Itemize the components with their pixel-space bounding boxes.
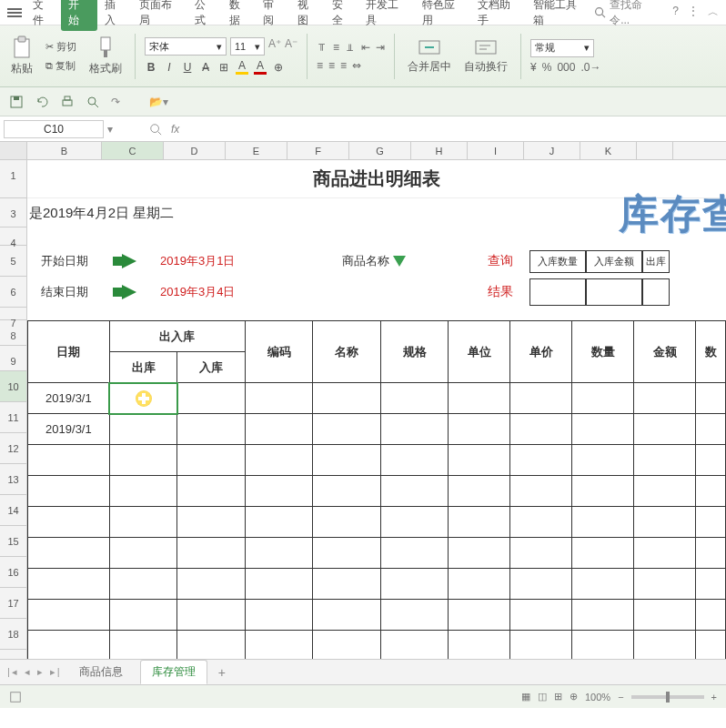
cell[interactable]: [380, 383, 449, 414]
zoom-in-button[interactable]: +: [711, 692, 717, 703]
row-header[interactable]: 14: [0, 495, 27, 526]
col-header-end[interactable]: [637, 142, 673, 159]
row-header[interactable]: 10: [0, 371, 27, 402]
row-header[interactable]: 7: [0, 308, 27, 320]
menu-tab-formula[interactable]: 公式: [189, 0, 222, 31]
cell[interactable]: [696, 414, 726, 445]
font-color-button[interactable]: A: [254, 59, 267, 75]
cell[interactable]: [634, 383, 696, 414]
table-row[interactable]: [28, 631, 726, 660]
row-header[interactable]: 11: [0, 402, 27, 433]
col-header-E[interactable]: E: [226, 142, 287, 159]
indent-decrease-icon[interactable]: ⇤: [361, 41, 370, 54]
print-icon[interactable]: [60, 95, 75, 109]
decimal-inc-icon[interactable]: .0→: [580, 61, 600, 74]
row-header[interactable]: 16: [0, 557, 27, 588]
zoom-value[interactable]: 100%: [585, 692, 610, 703]
col-header-J[interactable]: J: [524, 142, 580, 159]
menu-file[interactable]: 文件: [27, 0, 60, 31]
reading-mode-icon[interactable]: ⊕: [570, 691, 578, 703]
menu-tab-review[interactable]: 审阅: [257, 0, 290, 31]
cell[interactable]: [696, 383, 726, 414]
command-search[interactable]: 查找命令...: [594, 0, 661, 28]
thousands-icon[interactable]: 000: [557, 61, 575, 74]
zoom-slider[interactable]: [631, 695, 704, 699]
cell[interactable]: [510, 383, 572, 414]
row-header[interactable]: 12: [0, 433, 27, 464]
indent-increase-icon[interactable]: ⇥: [376, 41, 385, 54]
table-row[interactable]: 2019/3/1: [28, 414, 726, 445]
row-header[interactable]: 17: [0, 588, 27, 619]
col-header-F[interactable]: F: [287, 142, 349, 159]
sheet-tab-inventory[interactable]: 库存管理: [140, 660, 207, 684]
strike-button[interactable]: A̶: [199, 61, 212, 74]
decrease-font-icon[interactable]: A⁻: [285, 37, 297, 56]
row-header[interactable]: 9: [0, 346, 27, 371]
tab-nav-prev-icon[interactable]: ◂: [25, 666, 32, 678]
col-header-D[interactable]: D: [164, 142, 226, 159]
namebox-dropdown-icon[interactable]: ▾: [107, 123, 113, 136]
menu-tab-home[interactable]: 开始: [61, 0, 97, 31]
save-icon[interactable]: [9, 95, 24, 109]
cell-date[interactable]: 2019/3/1: [28, 414, 110, 445]
zoom-out-button[interactable]: −: [618, 692, 623, 703]
menu-tab-security[interactable]: 安全: [327, 0, 359, 31]
italic-button[interactable]: I: [163, 61, 176, 74]
add-sheet-button[interactable]: +: [213, 665, 231, 680]
row-header[interactable]: 8: [0, 320, 27, 346]
menu-tab-dev[interactable]: 开发工具: [360, 0, 414, 31]
paste-button[interactable]: 粘贴: [7, 32, 36, 80]
font-family-select[interactable]: 宋体▾: [145, 37, 227, 56]
tab-nav-first-icon[interactable]: |◂: [7, 666, 19, 678]
merge-center-button[interactable]: 合并居中: [404, 34, 455, 78]
col-header-G[interactable]: G: [349, 142, 411, 159]
row-header[interactable]: 5: [0, 246, 27, 277]
cell[interactable]: [572, 383, 634, 414]
cell[interactable]: [449, 414, 510, 445]
menu-tab-dochelper[interactable]: 文档助手: [472, 0, 526, 31]
table-row[interactable]: [28, 445, 726, 476]
row-header[interactable]: 15: [0, 526, 27, 557]
table-row[interactable]: [28, 507, 726, 538]
cell[interactable]: [177, 414, 246, 445]
font-size-select[interactable]: 11▾: [230, 37, 265, 56]
redo-icon[interactable]: ↷: [111, 96, 120, 108]
currency-icon[interactable]: ¥: [530, 61, 537, 74]
collapse-ribbon-icon[interactable]: ︿: [708, 5, 719, 20]
menu-tab-insert[interactable]: 插入: [99, 0, 132, 31]
row-header[interactable]: 1: [0, 160, 27, 198]
table-row[interactable]: [28, 476, 726, 507]
format-painter-button[interactable]: 格式刷: [86, 32, 126, 80]
col-header-C[interactable]: C: [102, 142, 164, 159]
align-top-icon[interactable]: ⫪: [317, 41, 328, 54]
table-row[interactable]: [28, 600, 726, 631]
undo-icon[interactable]: [35, 95, 49, 109]
cell[interactable]: [109, 414, 177, 445]
cell[interactable]: [449, 383, 510, 414]
status-icon[interactable]: [9, 691, 22, 703]
menu-tab-toolbox[interactable]: 智能工具箱: [528, 0, 592, 31]
align-bottom-icon[interactable]: ⫫: [345, 41, 356, 54]
percent-icon[interactable]: %: [542, 61, 552, 74]
cell[interactable]: [177, 383, 246, 414]
number-format-select[interactable]: 常规▾: [530, 39, 594, 57]
row-header[interactable]: 6: [0, 277, 27, 308]
cut-button[interactable]: ✂剪切: [42, 38, 80, 56]
table-row[interactable]: [28, 569, 726, 600]
col-header-I[interactable]: I: [468, 142, 524, 159]
border-button[interactable]: ⊞: [217, 61, 230, 74]
merge-across-icon[interactable]: ⇔: [352, 59, 361, 72]
zoom-fx-icon[interactable]: [149, 123, 162, 136]
row-header[interactable]: 18: [0, 619, 27, 650]
name-box[interactable]: C10: [4, 120, 104, 138]
row-header[interactable]: 3: [0, 198, 27, 228]
cell[interactable]: [313, 383, 381, 414]
align-middle-icon[interactable]: ≡: [333, 41, 339, 54]
help-icon[interactable]: ?: [672, 5, 679, 20]
view-normal-icon[interactable]: ▦: [521, 691, 530, 703]
start-date-value[interactable]: 2019年3月1日: [156, 253, 266, 269]
data-table[interactable]: 日期 出入库 编码 名称 规格 单位 单价 数量 金额 数 出库 入库 2019…: [27, 320, 726, 659]
phonetic-button[interactable]: ⊕: [272, 61, 285, 74]
cell[interactable]: [245, 383, 313, 414]
cell[interactable]: [572, 414, 634, 445]
